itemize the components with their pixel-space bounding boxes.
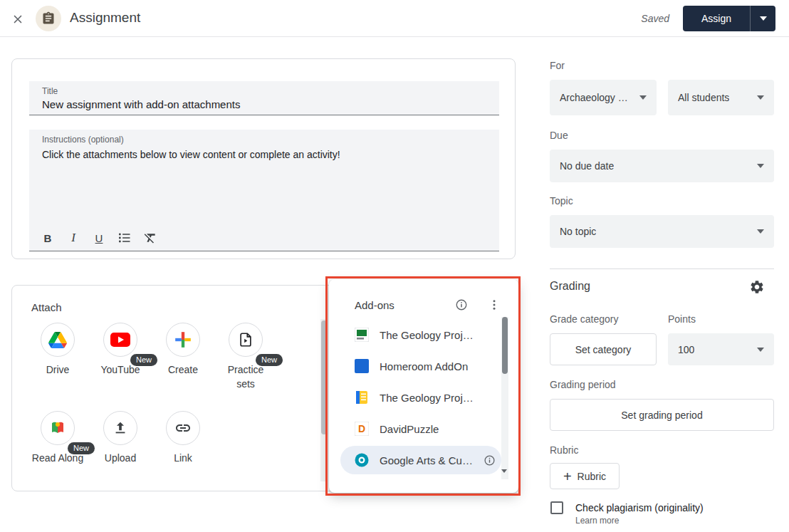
bulleted-list-button[interactable] [112, 227, 137, 249]
arts-culture-icon [355, 453, 369, 467]
close-icon[interactable] [9, 11, 26, 28]
italic-button[interactable]: I [61, 227, 86, 249]
addons-popup: Add-ons The Geology Proj… Homeroom AddOn [329, 279, 518, 493]
assignment-form-card: Title New assignment with add-on attachm… [11, 58, 516, 259]
attach-heading: Attach [31, 301, 62, 313]
rubric-button-label: Rubric [578, 471, 606, 482]
points-value: 100 [678, 344, 694, 355]
title-value: New assignment with add-on attachments [29, 96, 499, 110]
points-select[interactable]: 100 [668, 333, 774, 365]
addon-row-geology-2[interactable]: The Geology Proj… [340, 382, 501, 413]
students-select[interactable]: All students [668, 80, 774, 115]
grading-period-label: Grading period [550, 379, 616, 390]
new-badge: New [256, 354, 283, 366]
addon-row-geology-1[interactable]: The Geology Proj… [340, 319, 501, 350]
addons-scrollbar[interactable] [501, 317, 508, 479]
bold-button[interactable]: B [35, 227, 61, 249]
practice-sets-icon [229, 323, 263, 357]
upload-icon [103, 411, 137, 445]
attach-label: Link [156, 451, 210, 465]
saved-status: Saved [641, 13, 669, 24]
due-label: Due [550, 130, 568, 141]
gear-icon[interactable] [748, 278, 766, 296]
topic-label: Topic [550, 195, 573, 207]
info-icon[interactable] [453, 296, 470, 313]
geology-project-icon [355, 328, 369, 342]
attach-label: Drive [31, 363, 85, 377]
add-rubric-button[interactable]: + Rubric [550, 463, 620, 489]
chevron-down-icon [757, 229, 764, 234]
more-options-icon[interactable] [486, 296, 503, 313]
addons-header: Add-ons [329, 279, 518, 313]
instructions-value: Click the attachments below to view cont… [29, 145, 499, 162]
info-icon[interactable] [484, 454, 496, 466]
addon-row-arts-culture[interactable]: Google Arts & Cu… [340, 446, 501, 474]
attach-upload-button[interactable]: Upload [89, 411, 152, 465]
set-grading-period-label: Set grading period [621, 410, 702, 421]
learn-more-link[interactable]: Learn more [575, 516, 619, 526]
instructions-input[interactable]: Instructions (optional) Click the attach… [29, 130, 499, 251]
clear-formatting-button[interactable] [137, 227, 163, 249]
addon-name: DavidPuzzle [380, 423, 439, 435]
scrollbar-thumb[interactable] [321, 320, 327, 434]
students-select-value: All students [678, 92, 729, 103]
assign-dropdown-button[interactable] [750, 6, 775, 31]
set-grading-period-button[interactable]: Set grading period [550, 399, 774, 431]
attach-label: Upload [93, 451, 147, 465]
grade-category-value: Set category [575, 344, 632, 355]
assignment-icon [36, 6, 61, 31]
attach-scrollbar[interactable] [320, 319, 328, 481]
attach-practice-sets-button[interactable]: New Practice sets [214, 323, 277, 391]
due-date-value: No due date [560, 160, 614, 172]
format-toolbar: B I U [35, 227, 163, 249]
addon-name: Homeroom AddOn [380, 360, 468, 372]
bulleted-list-icon [117, 231, 132, 245]
create-plus-icon [166, 323, 200, 357]
chevron-down-icon [757, 164, 764, 168]
attach-read-along-button[interactable]: New Read Along [26, 411, 89, 465]
chevron-down-icon [760, 16, 767, 21]
underline-button[interactable]: U [86, 227, 112, 249]
chevron-down-icon [639, 95, 647, 100]
plus-icon: + [563, 469, 572, 484]
grade-category-label: Grade category [550, 313, 619, 325]
read-along-icon [41, 411, 75, 445]
grading-heading: Grading [550, 280, 590, 293]
link-icon [166, 411, 200, 445]
divider [550, 268, 774, 269]
attach-drive-button[interactable]: Drive [26, 323, 89, 377]
for-label: For [550, 60, 565, 71]
header-bar: Assignment Saved Assign [0, 0, 789, 37]
points-label: Points [668, 313, 696, 325]
clear-formatting-icon [143, 231, 157, 245]
due-date-select[interactable]: No due date [550, 150, 774, 182]
addon-name: The Geology Proj… [380, 392, 474, 404]
class-select-value: Archaeology … [560, 92, 628, 103]
chevron-down-icon [757, 95, 764, 100]
chevron-down-icon [757, 348, 764, 352]
attach-youtube-button[interactable]: New YouTube [89, 323, 152, 377]
addon-row-davidpuzzle[interactable]: D DavidPuzzle [340, 413, 501, 444]
topic-value: No topic [560, 226, 596, 237]
attach-link-button[interactable]: Link [152, 411, 214, 465]
addon-name: Google Arts & Cu… [380, 454, 473, 466]
title-input[interactable]: Title New assignment with add-on attachm… [29, 81, 499, 115]
scrollbar-thumb[interactable] [502, 317, 508, 374]
notebook-icon [355, 390, 369, 405]
youtube-icon [103, 323, 137, 357]
scroll-down-icon[interactable] [501, 469, 507, 473]
topic-select[interactable]: No topic [550, 215, 774, 248]
plagiarism-label: Check plagiarism (originality) [575, 502, 704, 513]
addons-list: The Geology Proj… Homeroom AddOn The Geo… [340, 319, 501, 476]
attach-create-button[interactable]: Create [152, 323, 214, 377]
attach-label: Practice sets [219, 363, 273, 391]
title-label: Title [29, 81, 499, 96]
grade-category-select[interactable]: Set category [550, 333, 657, 365]
class-select[interactable]: Archaeology … [550, 80, 657, 115]
assign-button[interactable]: Assign [683, 6, 750, 31]
plagiarism-checkbox[interactable] [550, 501, 563, 514]
instructions-label: Instructions (optional) [29, 130, 499, 145]
addon-name: The Geology Proj… [380, 329, 474, 341]
addon-row-homeroom[interactable]: Homeroom AddOn [340, 350, 501, 382]
addons-title: Add-ons [355, 299, 394, 311]
